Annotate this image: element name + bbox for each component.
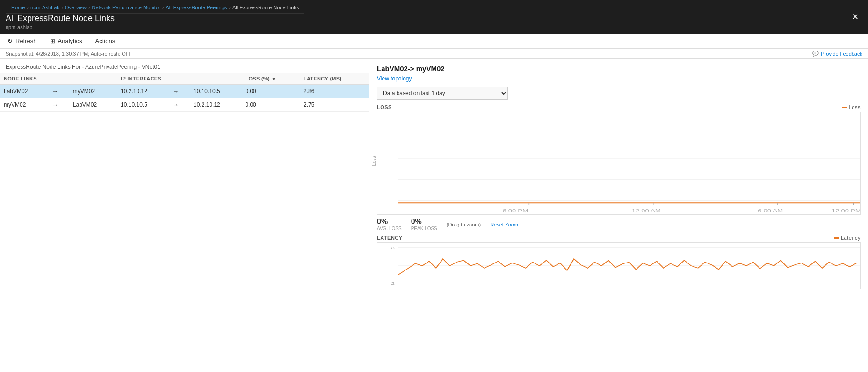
- loss-chart: Loss 6:00 PM: [377, 112, 861, 215]
- avg-loss-block: 0% AVG. LOSS: [377, 218, 402, 231]
- loss-section: LOSS Loss Loss: [377, 104, 861, 289]
- snapshot-text: Snapshot at: 4/26/2018, 1:30:37 PM; Auto…: [6, 51, 132, 57]
- page-subtitle: npm-ashlab: [6, 24, 304, 30]
- sort-icon: ▼: [271, 76, 276, 81]
- col-loss: LOSS (%) ▼: [241, 73, 300, 85]
- node2-cell: LabVM02: [69, 98, 117, 112]
- detail-heading: LabVM02-> myVM02: [377, 65, 861, 73]
- col-node-links: NODE LINKS: [0, 73, 117, 85]
- page-title: All ExpressRoute Node Links: [6, 14, 304, 23]
- main-layout: ExpressRoute Node Links For - AzurePriva…: [0, 59, 868, 372]
- left-panel: ExpressRoute Node Links For - AzurePriva…: [0, 59, 369, 372]
- refresh-button[interactable]: ↻ Refresh: [6, 36, 39, 45]
- avg-loss-value: 0%: [377, 218, 402, 226]
- latency-legend: Latency: [834, 235, 861, 241]
- title-bar: Home › npm-AshLab › Overview › Network P…: [0, 0, 868, 34]
- analytics-icon: ⊞: [50, 37, 55, 44]
- breadcrumb-current: All ExpressRoute Node Links: [232, 5, 299, 10]
- peak-loss-value: 0%: [411, 218, 437, 226]
- svg-text:2: 2: [391, 281, 394, 285]
- right-panel: LabVM02-> myVM02 View topology Data base…: [369, 59, 868, 372]
- loss-cell: 0.00: [241, 98, 300, 112]
- breadcrumb-peerings[interactable]: All ExpressRoute Peerings: [166, 5, 227, 10]
- breadcrumb-home[interactable]: Home: [11, 5, 25, 10]
- loss-legend: Loss: [842, 104, 861, 110]
- arrow-icon: →: [48, 85, 69, 98]
- loss-cell: 0.00: [241, 85, 300, 98]
- ip1-cell: 10.10.10.5: [117, 98, 168, 112]
- table-container: NODE LINKS IP INTERFACES LOSS (%) ▼ LATE…: [0, 73, 369, 112]
- view-topology-link[interactable]: View topology: [377, 75, 412, 82]
- loss-svg: 6:00 PM 12:00 AM 6:00 AM 12:00 PM: [377, 112, 860, 214]
- loss-stats: 0% AVG. LOSS 0% PEAK LOSS (Drag to zoom)…: [377, 218, 861, 231]
- arrow-icon: →: [168, 98, 190, 112]
- section-title: ExpressRoute Node Links For - AzurePriva…: [0, 59, 369, 73]
- breadcrumb: Home › npm-AshLab › Overview › Network P…: [6, 4, 304, 14]
- table-header-row: NODE LINKS IP INTERFACES LOSS (%) ▼ LATE…: [0, 73, 369, 85]
- breadcrumb-overview[interactable]: Overview: [65, 5, 87, 10]
- refresh-icon: ↻: [7, 37, 13, 44]
- drag-zoom-hint: (Drag to zoom): [447, 222, 481, 227]
- latency-label: LATENCY Latency: [377, 235, 861, 241]
- feedback-link[interactable]: 💬 Provide Feedback: [812, 51, 862, 57]
- svg-text:12:00 PM: 12:00 PM: [832, 208, 860, 213]
- breadcrumb-npm-monitor[interactable]: Network Performance Monitor: [92, 5, 160, 10]
- arrow-icon: →: [168, 85, 190, 98]
- time-range-select[interactable]: Data based on last 1 day Data based on l…: [377, 87, 508, 100]
- latency-legend-dot: [834, 237, 839, 239]
- ip2-cell: 10.2.10.12: [190, 98, 241, 112]
- col-ip-interfaces: IP INTERFACES: [117, 73, 241, 85]
- ip1-cell: 10.2.10.12: [117, 85, 168, 98]
- svg-text:12:00 AM: 12:00 AM: [632, 208, 661, 213]
- node1-cell: LabVM02: [0, 85, 48, 98]
- arrow-icon: →: [48, 98, 69, 112]
- svg-text:3: 3: [391, 246, 394, 250]
- table-row[interactable]: LabVM02 → myVM02 10.2.10.12 → 10.10.10.5…: [0, 85, 369, 98]
- svg-text:6:00 PM: 6:00 PM: [502, 208, 528, 213]
- latency-chart: 3 2: [377, 242, 861, 289]
- node-links-table: NODE LINKS IP INTERFACES LOSS (%) ▼ LATE…: [0, 73, 369, 112]
- latency-cell: 2.75: [300, 98, 369, 112]
- node2-cell: myVM02: [69, 85, 117, 98]
- analytics-button[interactable]: ⊞ Analytics: [48, 36, 84, 45]
- time-range-row: Data based on last 1 day Data based on l…: [377, 87, 861, 100]
- close-button[interactable]: ✕: [848, 10, 862, 24]
- avg-loss-label: AVG. LOSS: [377, 226, 402, 231]
- breadcrumb-npm[interactable]: npm-AshLab: [30, 5, 59, 10]
- snapshot-bar: Snapshot at: 4/26/2018, 1:30:37 PM; Auto…: [0, 49, 868, 59]
- feedback-icon: 💬: [812, 51, 819, 57]
- toolbar: ↻ Refresh ⊞ Analytics Actions: [0, 34, 868, 49]
- actions-button[interactable]: Actions: [94, 36, 117, 45]
- loss-y-axis-label: Loss: [371, 156, 376, 166]
- latency-cell: 2.86: [300, 85, 369, 98]
- reset-zoom-link[interactable]: Reset Zoom: [490, 222, 518, 227]
- svg-text:6:00 AM: 6:00 AM: [758, 208, 783, 213]
- peak-loss-label: PEAK LOSS: [411, 226, 437, 231]
- latency-svg: 3 2: [377, 243, 860, 289]
- loss-label: LOSS Loss: [377, 104, 861, 110]
- loss-legend-dot: [842, 107, 847, 108]
- table-row[interactable]: myVM02 → LabVM02 10.10.10.5 → 10.2.10.12…: [0, 98, 369, 112]
- node1-cell: myVM02: [0, 98, 48, 112]
- col-latency: LATENCY (MS): [300, 73, 369, 85]
- peak-loss-block: 0% PEAK LOSS: [411, 218, 437, 231]
- ip2-cell: 10.10.10.5: [190, 85, 241, 98]
